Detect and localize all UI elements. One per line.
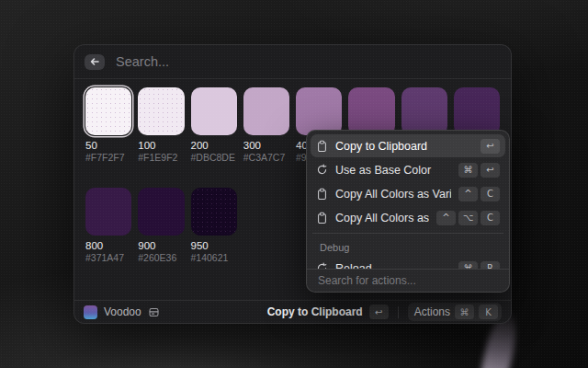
clipboard-icon [316, 140, 328, 153]
color-swatch-50[interactable] [85, 87, 131, 135]
actions-button[interactable]: Actions ⌘ K [408, 303, 502, 321]
color-swatch-700[interactable] [454, 87, 500, 135]
swatch-label: 50 [85, 140, 131, 152]
swatch-hex: #F1E9F2 [138, 152, 184, 163]
voodoo-app-icon [84, 305, 97, 319]
swatch-label: 200 [191, 140, 237, 152]
color-swatch-300[interactable] [243, 87, 289, 135]
save-icon [148, 306, 160, 318]
actions-label: Actions [414, 305, 450, 318]
control-key-badge: ^ [436, 211, 456, 225]
swatch-label: 100 [138, 140, 184, 152]
actions-menu-list: Copy to Clipboard ↩ Use as Base Color ⌘ … [307, 131, 509, 284]
color-swatch-900[interactable] [138, 188, 184, 236]
menu-item-label: Copy All Colors as JSON [335, 212, 429, 224]
swatch-cell-100: 100 #F1E9F2 [138, 87, 184, 163]
menu-item-label: Copy to Clipboard [335, 140, 473, 153]
swatch-label: 900 [138, 240, 184, 252]
command-key-badge: ⌘ [455, 305, 474, 319]
extension-name: Voodoo [104, 305, 141, 318]
swatch-cell-50: 50 #F7F2F7 [85, 87, 131, 163]
arrow-left-icon [89, 56, 100, 67]
color-swatch-400[interactable] [296, 87, 342, 135]
menu-item-label: Copy All Colors as Variable Declara... [335, 188, 451, 201]
menu-item-copy-to-clipboard[interactable]: Copy to Clipboard ↩ [311, 134, 505, 157]
primary-action-label[interactable]: Copy to Clipboard [267, 305, 363, 318]
enter-key-badge: ↩ [481, 163, 500, 178]
swatch-hex: #C3A7C7 [243, 152, 289, 163]
debug-section-label: Debug [311, 237, 505, 257]
window-footer: Voodoo Copy to Clipboard ↩ Actions ⌘ K [74, 300, 511, 323]
swatch-cell-800: 800 #371A47 [85, 188, 131, 263]
color-swatch-600[interactable] [401, 87, 447, 135]
menu-item-label: Use as Base Color [335, 164, 451, 177]
clipboard-icon [316, 188, 328, 201]
menu-divider [312, 233, 503, 234]
enter-key-badge: ↩ [369, 305, 389, 319]
swatch-cell-900: 900 #260E36 [138, 188, 184, 263]
search-header [74, 45, 511, 79]
rotate-icon [316, 164, 328, 176]
desktop-background: 50 #F7F2F7 100 #F1E9F2 200 #DBC8DE 300 #… [0, 0, 588, 368]
clipboard-icon [316, 212, 328, 224]
swatch-label: 800 [85, 240, 131, 252]
actions-search-bar [307, 269, 509, 292]
swatch-hex: #260E36 [138, 252, 184, 263]
command-key-badge: ⌘ [458, 163, 478, 178]
swatch-cell-950: 950 #140621 [191, 188, 237, 263]
swatch-hex: #371A47 [85, 252, 131, 263]
menu-item-copy-all-json[interactable]: Copy All Colors as JSON ^ ⌥ C [311, 206, 505, 229]
color-swatch-800[interactable] [85, 188, 131, 236]
control-key-badge: ^ [458, 187, 478, 201]
swatch-hex: #DBC8DE [191, 152, 237, 163]
swatch-cell-300: 300 #C3A7C7 [243, 87, 289, 163]
search-input[interactable] [114, 53, 501, 70]
swatch-label: 300 [243, 140, 289, 152]
color-swatch-500[interactable] [348, 87, 394, 135]
swatch-cell-200: 200 #DBC8DE [191, 87, 237, 163]
swatch-label: 950 [191, 240, 237, 252]
color-swatch-950[interactable] [191, 188, 237, 236]
footer-divider [398, 306, 399, 318]
swatch-hex: #F7F2F7 [85, 152, 131, 163]
menu-item-use-as-base-color[interactable]: Use as Base Color ⌘ ↩ [311, 158, 505, 181]
swatch-hex: #140621 [191, 252, 237, 263]
actions-search-input[interactable] [316, 273, 500, 288]
enter-key-badge: ↩ [481, 139, 500, 154]
k-key-badge: K [479, 305, 498, 319]
c-key-badge: C [481, 211, 500, 225]
actions-menu: Copy to Clipboard ↩ Use as Base Color ⌘ … [306, 130, 510, 293]
color-swatch-200[interactable] [191, 87, 237, 135]
c-key-badge: C [481, 187, 500, 201]
menu-item-copy-all-variable-declarations[interactable]: Copy All Colors as Variable Declara... ^… [311, 182, 505, 205]
color-swatch-100[interactable] [138, 87, 184, 135]
option-key-badge: ⌥ [458, 211, 478, 225]
back-button[interactable] [85, 54, 105, 70]
